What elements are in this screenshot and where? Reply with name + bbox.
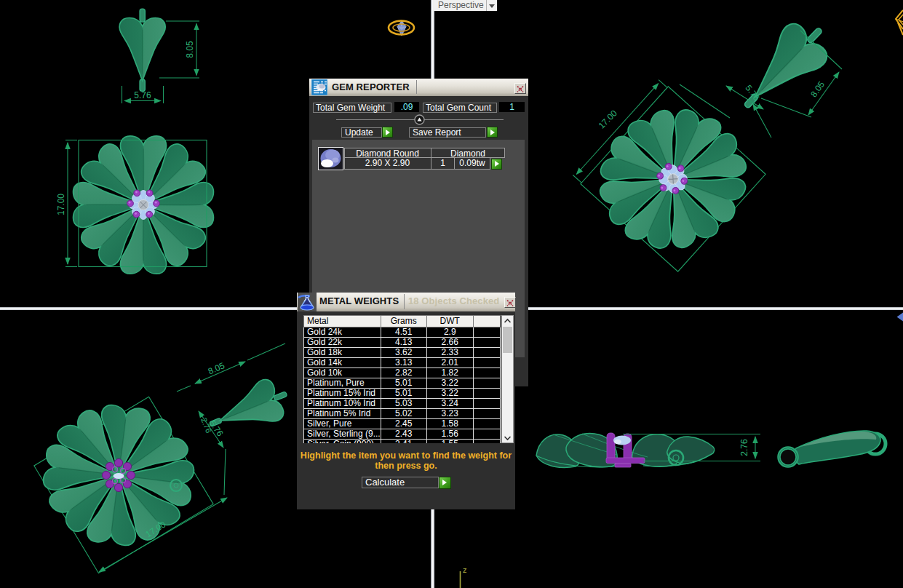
svg-text:8.05: 8.05 xyxy=(808,79,827,99)
svg-text:2.76: 2.76 xyxy=(739,439,749,456)
svg-text:17.00: 17.00 xyxy=(597,108,619,130)
svg-text:8.05: 8.05 xyxy=(185,41,195,58)
svg-text:17.00: 17.00 xyxy=(56,194,66,215)
svg-text:5.76: 5.76 xyxy=(134,90,151,100)
svg-text:z: z xyxy=(463,565,467,574)
svg-text:2.76: 2.76 xyxy=(199,416,213,434)
svg-text:5.76: 5.76 xyxy=(743,83,762,103)
